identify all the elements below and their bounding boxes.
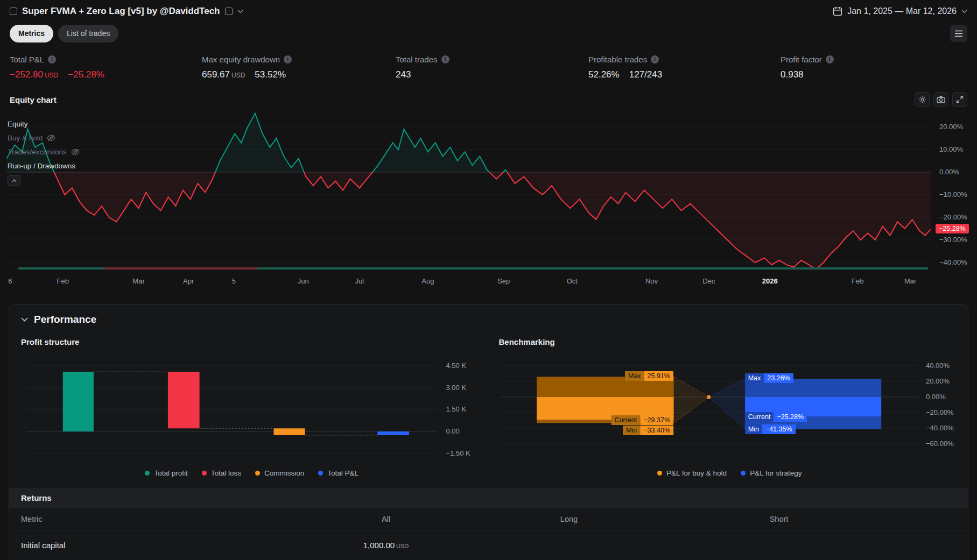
time-axis-tick: Apr — [183, 277, 194, 285]
time-axis-tick: Mar — [904, 277, 916, 285]
returns-table-header: MetricAllLongShort — [9, 508, 968, 530]
equity-price-axis[interactable]: 20.00%10.00%0.00%−10.00%−20.00%−30.00%−4… — [931, 111, 977, 274]
strategy-title: Super FVMA + Zero Lag [v5] by @DaviddTec… — [22, 6, 220, 17]
metric-max-equity-drawdown: Max equity drawdown i 659.67 USD 53.52% — [202, 55, 396, 80]
equity-chart-title: Equity chart — [10, 95, 57, 104]
benchmarking-plot[interactable]: Max25.91%Current−29.37%Min−33.40%Max23.2… — [501, 359, 919, 460]
equity-plot[interactable] — [6, 111, 931, 274]
view-tabs: MetricsList of trades — [10, 25, 118, 42]
equity-section-header: Equity chart — [0, 80, 977, 107]
info-icon[interactable]: i — [284, 55, 292, 63]
metric-label-text: Max equity drawdown — [202, 55, 280, 64]
time-axis-tick: Jun — [298, 277, 309, 285]
layout-list-icon-button[interactable] — [950, 25, 967, 42]
benchmarking-svg — [501, 359, 919, 454]
returns-column-all: All — [300, 515, 472, 523]
benchmark-axis-tick: 20.00% — [926, 377, 950, 385]
time-axis-tick: Feb — [852, 277, 863, 285]
benchmarking-axis: 40.00%20.00%0.00%−20.00%−40.00%−60.00% — [918, 359, 960, 460]
title-chevron-down-icon[interactable] — [237, 10, 243, 13]
snapshot-camera-icon-button[interactable] — [933, 92, 948, 107]
price-axis-tick: −40.00% — [939, 258, 967, 266]
returns-column-metric: Metric — [9, 515, 300, 523]
benchmark-axis-tick: 40.00% — [926, 361, 950, 370]
legend-item-total-loss[interactable]: Total loss — [202, 469, 241, 477]
benchmark-axis-tick: −60.00% — [926, 440, 954, 448]
benchmark-blue-badge-current: Current−25.28% — [745, 412, 807, 422]
metric-value: 52.26% 127/243 — [588, 69, 781, 80]
time-axis-tick: 5 — [232, 277, 236, 285]
date-range-picker[interactable]: Jan 1, 2025 — Mar 12, 2026 — [833, 6, 967, 16]
strategy-title-group[interactable]: Super FVMA + Zero Lag [v5] by @DaviddTec… — [10, 6, 243, 17]
metric-value: 659.67 USD 53.52% — [202, 69, 396, 80]
time-axis-tick: Feb — [57, 277, 69, 285]
benchmarking-title: Benchmarking — [499, 337, 961, 346]
time-axis-tick: 6 — [8, 277, 12, 285]
price-axis-tick: −30.00% — [939, 236, 967, 244]
equity-legend-buy-hold[interactable]: Buy & hold — [8, 131, 80, 145]
legend-item-total-p-l[interactable]: Total P&L — [318, 469, 359, 477]
profit-axis-tick: 4.50 K — [446, 361, 467, 370]
chart-settings-icon-button[interactable] — [915, 92, 930, 107]
performance-header[interactable]: Performance — [9, 304, 968, 329]
metric-value: 0.938 — [781, 69, 967, 80]
info-icon[interactable]: i — [826, 55, 834, 63]
profit-structure-panel: Profit structure 4.50 K3.00 K1.50 K0.00−… — [21, 332, 483, 477]
legend-collapse-button[interactable] — [8, 175, 20, 186]
time-axis-tick: Aug — [421, 277, 434, 285]
equity-legend-equity[interactable]: Equity — [8, 117, 80, 131]
profit-axis-tick: 3.00 K — [446, 384, 467, 392]
benchmarking-panel: Benchmarking Max25.91%Current−29.37%Min−… — [499, 332, 961, 477]
equity-legend-run-up-drawdowns[interactable]: Run-up / Drawdowns — [8, 159, 80, 173]
time-axis-tick: Jul — [355, 277, 364, 285]
fullscreen-expand-icon-button[interactable] — [952, 92, 967, 107]
time-axis-tick: Sep — [497, 277, 510, 285]
strategy-header: Super FVMA + Zero Lag [v5] by @DaviddTec… — [0, 0, 977, 23]
benchmark-axis-tick: 0.00% — [926, 393, 946, 401]
equity-time-axis[interactable]: 6FebMarApr5JunJulAugSepOctNovDec2026FebM… — [6, 277, 931, 290]
benchmark-orange-badge-current: Current−29.37% — [611, 415, 673, 425]
info-icon[interactable]: i — [48, 55, 56, 63]
profit-axis-tick: 1.50 K — [446, 405, 467, 413]
equity-chart-tools — [915, 92, 967, 107]
legend-item-p-l-for-buy-hold[interactable]: P&L for buy & hold — [657, 469, 727, 477]
info-icon[interactable]: i — [651, 55, 659, 63]
performance-title: Performance — [34, 314, 96, 325]
legend-item-commission[interactable]: Commission — [255, 469, 304, 477]
tab-metrics[interactable]: Metrics — [10, 25, 53, 42]
time-axis-tick: Nov — [645, 277, 658, 285]
returns-table: MetricAllLongShort Initial capital 1,000… — [9, 508, 968, 560]
price-axis-tick: −10.00% — [939, 190, 967, 199]
legend-item-total-profit[interactable]: Total profit — [145, 469, 187, 477]
profit-axis-tick: 0.00 — [446, 427, 460, 435]
profit-structure-legend: Total profitTotal lossCommissionTotal P&… — [21, 469, 483, 477]
eye-off-icon — [47, 134, 55, 141]
returns-column-long: Long — [472, 515, 666, 523]
price-axis-tick: 20.00% — [939, 123, 963, 131]
time-axis-tick: 2026 — [762, 277, 778, 285]
metric-profitable-trades: Profitable trades i 52.26% 127/243 — [588, 55, 781, 80]
performance-collapse-chevron-icon[interactable] — [21, 317, 28, 322]
info-icon[interactable]: i — [441, 55, 449, 63]
strategy-settings-icon[interactable] — [225, 8, 233, 15]
returns-section-title: Returns — [9, 488, 968, 508]
tab-list-of-trades[interactable]: List of trades — [58, 25, 118, 42]
profit-structure-plot[interactable] — [26, 359, 437, 460]
metric-value: −252.80 USD −25.28% — [10, 69, 202, 80]
metric-label-text: Profit factor — [781, 55, 822, 64]
calendar-icon — [833, 6, 842, 16]
metric-profit-factor: Profit factor i 0.938 — [781, 55, 967, 80]
metric-label-text: Total P&L — [10, 55, 44, 64]
returns-row-initial-capital[interactable]: Initial capital 1,000.00USD — [9, 530, 968, 560]
date-chevron-down-icon — [961, 10, 967, 13]
equity-legend-trades-excursions[interactable]: Trades/excursions — [8, 145, 80, 159]
time-axis-tick: Dec — [702, 277, 715, 285]
profit-structure-axis: 4.50 K3.00 K1.50 K0.00−1.50 K — [437, 359, 483, 460]
returns-column-short: Short — [666, 515, 892, 523]
strategy-icon — [10, 8, 17, 15]
legend-item-p-l-for-strategy[interactable]: P&L for strategy — [741, 469, 802, 477]
performance-section: Performance Profit structure 4.50 K3.00 … — [9, 304, 968, 560]
time-axis-tick: Oct — [567, 277, 578, 285]
profit-axis-tick: −1.50 K — [446, 449, 470, 457]
benchmark-blue-badge-max: Max23.26% — [745, 373, 793, 383]
